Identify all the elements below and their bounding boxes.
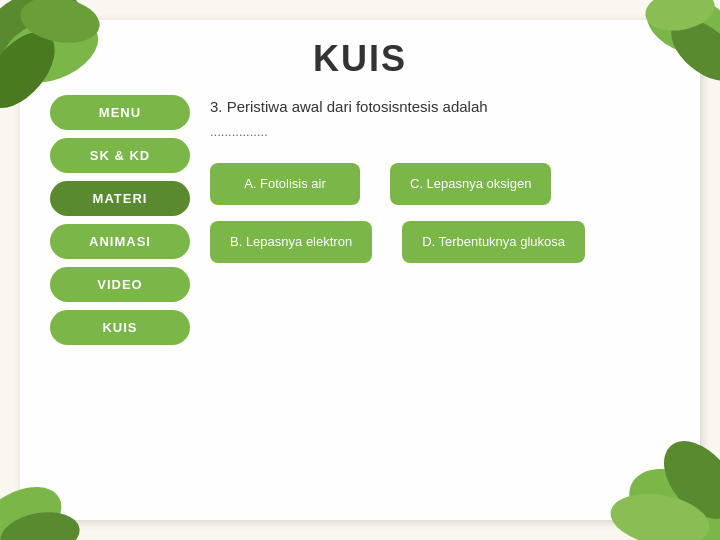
answers-grid: A. Fotolisis air C. Lepasnya oksigen B. … xyxy=(210,163,670,500)
right-content: 3. Peristiwa awal dari fotosisntesis ada… xyxy=(210,90,670,500)
page-title: KUIS xyxy=(313,38,407,79)
sidebar-item-materi[interactable]: MATERI xyxy=(50,181,190,216)
answer-d[interactable]: D. Terbentuknya glukosa xyxy=(402,221,585,263)
title-area: KUIS xyxy=(20,20,700,90)
question-dots: ................ xyxy=(210,124,268,139)
sidebar-item-video[interactable]: VIDEO xyxy=(50,267,190,302)
answer-a[interactable]: A. Fotolisis air xyxy=(210,163,360,205)
sidebar-item-kuis[interactable]: KUIS xyxy=(50,310,190,345)
page-background: KUIS MENU SK & KD MATERI ANIMASI VIDEO K… xyxy=(0,0,720,540)
sidebar-item-sk-kd[interactable]: SK & KD xyxy=(50,138,190,173)
main-layout: MENU SK & KD MATERI ANIMASI VIDEO KUIS 3… xyxy=(20,90,700,520)
answers-row-top: A. Fotolisis air C. Lepasnya oksigen xyxy=(210,163,670,205)
answer-c[interactable]: C. Lepasnya oksigen xyxy=(390,163,551,205)
question-text: 3. Peristiwa awal dari fotosisntesis ada… xyxy=(210,95,670,143)
sidebar: MENU SK & KD MATERI ANIMASI VIDEO KUIS xyxy=(50,90,190,500)
answer-b[interactable]: B. Lepasnya elektron xyxy=(210,221,372,263)
answers-row-bottom: B. Lepasnya elektron D. Terbentuknya glu… xyxy=(210,221,670,263)
sidebar-item-menu[interactable]: MENU xyxy=(50,95,190,130)
sidebar-item-animasi[interactable]: ANIMASI xyxy=(50,224,190,259)
content-area: KUIS MENU SK & KD MATERI ANIMASI VIDEO K… xyxy=(20,20,700,520)
